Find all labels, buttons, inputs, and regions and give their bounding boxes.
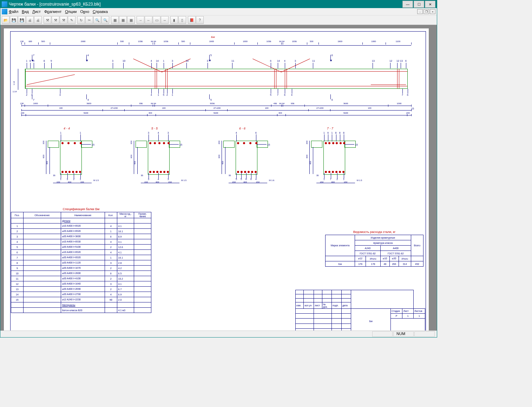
section-6-6: 6 - 6 М 1:6 150 400 150 200 600 400 35 1…: [211, 127, 281, 190]
spec-row: 10⌀20 A400 l=260066.5: [11, 271, 151, 276]
tool-print[interactable]: 🖨: [26, 16, 34, 24]
dim-chain-top: 1306005002900500103664 64103650019001000…: [21, 42, 411, 47]
mdi-icon[interactable]: [2, 9, 7, 14]
tool-right[interactable]: →: [137, 16, 144, 24]
tool-left[interactable]: ←: [145, 16, 152, 24]
tool-mode3[interactable]: ▦: [127, 16, 135, 24]
spec-row: 8⌀20 A400 l=112032.8: [11, 260, 151, 266]
spec-row: 15⌀12 A240 l=2230902.0: [11, 297, 151, 302]
menu-fragment[interactable]: Фрагмент: [44, 9, 61, 14]
spec-row: 14⌀20 A400 l=279046.9: [11, 292, 151, 297]
tool-cut[interactable]: ✂: [85, 16, 93, 24]
menu-window[interactable]: Окно: [80, 9, 89, 14]
steel-consumption-table: Ведомость расхода стали, кг Марка элемен…: [325, 230, 423, 267]
tool-zoomin[interactable]: 🔍: [93, 16, 101, 24]
statusbar: NUM: [0, 331, 437, 337]
menu-view[interactable]: Вид: [22, 9, 29, 14]
beam-elevation: [25, 69, 408, 89]
window-title: Чертеж балки - [construirovanie_sp63_КБ2…: [9, 2, 402, 7]
tool-refresh[interactable]: ↻: [77, 16, 85, 24]
tool-zoomout[interactable]: 🔍: [101, 16, 109, 24]
steel-data-row: Бм 178 178 48 266 314 492: [326, 261, 423, 267]
pos15-label: 15: [411, 107, 414, 110]
section-5-5: 5 - 5 М 1:5 150 400 150 200 600 400 35 1…: [123, 127, 193, 190]
tool-hammer1[interactable]: ⚒: [44, 16, 51, 24]
status-num: NUM: [393, 331, 414, 337]
menu-options[interactable]: Опции: [65, 9, 77, 14]
spec-row: 1⌀10 A400 l=652044.1: [11, 223, 151, 229]
mdi-restore[interactable]: ❐: [423, 9, 429, 14]
spec-row: 13⌀20 A400 l=269026.7: [11, 287, 151, 292]
spec-row: 6⌀10 A400 l=652044.1: [11, 250, 151, 255]
tool-hammer3[interactable]: ⚒: [60, 16, 67, 24]
mdi-minimize[interactable]: -: [417, 9, 423, 14]
menubar: ФФайлайл Вид Лист Фрагмент Опции Окно Сп…: [0, 8, 437, 15]
tool-help[interactable]: ?: [196, 16, 204, 24]
spec-header-row: Поз. Обозначение Наименование Кол. Масса…: [11, 212, 151, 218]
workspace[interactable]: Бм 1306005002900500103664 64103650019001…: [0, 25, 437, 331]
minimize-button[interactable]: —: [402, 1, 413, 8]
menu-file[interactable]: ФФайлайл: [9, 9, 18, 14]
maximize-button[interactable]: ☐: [414, 1, 424, 8]
tool-frame[interactable]: ▭: [153, 16, 160, 24]
beam-title: Бм: [211, 35, 215, 39]
spec-row: 11⌀20 A400 l=4100210.2: [11, 276, 151, 281]
tool-mode1[interactable]: ▦: [111, 16, 119, 24]
tool-open[interactable]: 📂: [2, 16, 9, 24]
tool-printview[interactable]: 🖨: [34, 16, 42, 24]
section-4-4: 4 - 4 М 1:5 150 400 150 200 600 400 35 1…: [35, 127, 106, 190]
tool-layer2[interactable]: ▯: [178, 16, 186, 24]
tool-book[interactable]: 📕: [188, 16, 196, 24]
app-icon: [2, 1, 7, 7]
tool-edit[interactable]: ✎: [68, 16, 75, 24]
menu-help[interactable]: Справка: [93, 9, 108, 14]
slope-label-1: 1:14: [13, 81, 15, 85]
toolbar: 📂 💾 💾 🖨 🖨 ⚒ ⚒ ⚒ ✎ ↻ ✂ 🔍 🔍 ▦ ▦ ▦ → ← ▭ ↔ …: [0, 15, 437, 25]
tool-save2[interactable]: 💾: [18, 16, 26, 24]
section-7-7: 7 - 7 М 1:5 150 400 150 200 600 400 35 1…: [299, 127, 369, 190]
menu-sheet[interactable]: Лист: [32, 9, 41, 14]
mdi-close[interactable]: ×: [430, 9, 435, 14]
tool-wide[interactable]: ↔: [161, 16, 169, 24]
tool-hammer2[interactable]: ⚒: [52, 16, 59, 24]
tool-mode2[interactable]: ▦: [119, 16, 127, 24]
spec-row: 3⌀20 A400 l=360068.9: [11, 234, 151, 239]
close-button[interactable]: ✕: [425, 1, 435, 8]
spec-row: 12⌀20 A400 l=164034.1: [11, 281, 151, 287]
spec-title: Спецификация балки Бм: [11, 207, 151, 211]
spec-row: 2⌀20 A400 l=6520116.1: [11, 229, 151, 234]
title-block: изм. кол.уч лист № док. подп. дата Бм Ст…: [295, 290, 425, 331]
spec-row: 9⌀20 A400 l=167024.2: [11, 266, 151, 271]
drawing-sheet: Бм 1306005002900500103664 64103650019001…: [4, 28, 429, 331]
spec-row: 7⌀20 A400 l=6520116.1: [11, 255, 151, 260]
steel-title: Ведомость расхода стали, кг: [325, 230, 423, 234]
slope-label-2: 1:14: [13, 91, 17, 93]
tool-save[interactable]: 💾: [10, 16, 18, 24]
specification-table: Спецификация балки Бм Поз. Обозначение Н…: [11, 207, 151, 313]
titlebar: Чертеж балки - [construirovanie_sp63_КБ2…: [0, 0, 437, 8]
spec-row: 5⌀20 A400 l=5100212.6: [11, 245, 151, 250]
tool-layer1[interactable]: ▮: [170, 16, 178, 24]
spec-row: 4⌀10 A400 l=653044.1: [11, 239, 151, 245]
